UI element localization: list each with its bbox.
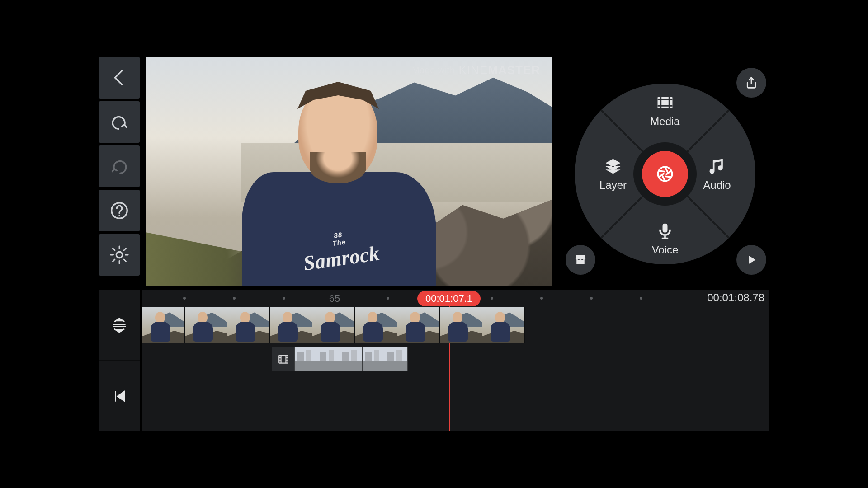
back-button[interactable] <box>99 57 140 99</box>
undo-icon <box>109 112 130 132</box>
clip-thumb[interactable] <box>142 307 185 343</box>
total-duration: 00:01:08.78 <box>707 291 764 304</box>
film-icon <box>278 353 289 365</box>
timeline-panel: 65 00:01:08.78 00:01:07.1 <box>99 290 769 431</box>
timeline-left-controls <box>99 290 140 431</box>
expand-icon <box>110 316 128 334</box>
play-icon <box>745 253 758 266</box>
watermark: Made with KINEMASTER <box>412 63 540 77</box>
gear-icon <box>109 244 130 265</box>
chevron-left-icon <box>109 67 130 88</box>
clip-thumb[interactable] <box>440 307 482 343</box>
svg-rect-6 <box>279 355 288 363</box>
tool-wheel: Media Layer Audio Voice <box>575 84 755 264</box>
wheel-media-button[interactable]: Media <box>631 93 699 128</box>
overlay-thumb[interactable] <box>385 347 408 371</box>
media-icon <box>655 93 675 113</box>
clip-thumb[interactable] <box>227 307 270 343</box>
wheel-audio-label: Audio <box>703 179 731 191</box>
svg-point-1 <box>118 215 120 216</box>
video-track-1[interactable] <box>142 307 525 343</box>
svg-rect-4 <box>663 224 668 233</box>
wheel-voice-label: Voice <box>652 244 679 256</box>
svg-point-5 <box>658 167 672 181</box>
music-icon <box>707 156 727 176</box>
app-root: 88 The Samrock Made with KINEMASTER <box>0 0 868 488</box>
watermark-prefix: Made with <box>412 65 455 75</box>
wheel-center <box>633 142 697 206</box>
watermark-brand-a: KINE <box>459 63 488 77</box>
aperture-icon <box>656 164 675 183</box>
wheel-voice-button[interactable]: Voice <box>631 221 699 256</box>
clip-thumb[interactable] <box>355 307 397 343</box>
skip-start-icon <box>110 387 128 405</box>
video-track-2[interactable] <box>272 347 408 371</box>
overlay-thumb[interactable] <box>295 347 317 371</box>
go-to-start-button[interactable] <box>99 361 140 431</box>
store-button[interactable] <box>566 245 595 275</box>
overlay-thumb[interactable] <box>363 347 385 371</box>
clip-type-badge[interactable] <box>272 347 295 371</box>
playhead-time-pill[interactable]: 00:01:07.1 <box>417 291 481 306</box>
redo-button[interactable] <box>99 145 140 187</box>
clip-thumb[interactable] <box>270 307 312 343</box>
store-icon <box>574 253 587 267</box>
share-icon <box>745 76 758 89</box>
clip-thumb[interactable] <box>482 307 525 343</box>
svg-point-2 <box>116 252 122 258</box>
play-button[interactable] <box>736 245 766 275</box>
watermark-brand-b: MASTER <box>488 63 540 77</box>
clip-thumb[interactable] <box>312 307 355 343</box>
help-button[interactable] <box>99 190 140 231</box>
left-toolbar <box>99 57 140 276</box>
redo-icon <box>109 156 130 177</box>
wheel-layer-label: Layer <box>599 179 627 191</box>
editor-stage: 88 The Samrock Made with KINEMASTER <box>96 54 772 434</box>
help-icon <box>109 200 130 221</box>
ruler-label: 65 <box>329 293 340 305</box>
mic-icon <box>655 221 675 241</box>
timeline-expand-button[interactable] <box>99 290 140 360</box>
svg-rect-3 <box>658 97 673 108</box>
timeline-body[interactable]: 65 00:01:08.78 00:01:07.1 <box>142 290 769 431</box>
tool-wheel-area: Media Layer Audio Voice <box>561 63 769 285</box>
record-button[interactable] <box>642 151 688 197</box>
undo-button[interactable] <box>99 101 140 143</box>
share-button[interactable] <box>736 68 766 98</box>
settings-button[interactable] <box>99 234 140 276</box>
clip-thumb[interactable] <box>397 307 440 343</box>
clip-thumb[interactable] <box>185 307 227 343</box>
wheel-media-label: Media <box>650 115 679 127</box>
overlay-thumb[interactable] <box>340 347 363 371</box>
overlay-thumb[interactable] <box>317 347 340 371</box>
preview-person: 88 The Samrock <box>212 82 414 286</box>
playhead-time: 00:01:07.1 <box>425 293 472 304</box>
layers-icon <box>603 156 623 176</box>
preview-monitor[interactable]: 88 The Samrock Made with KINEMASTER <box>146 57 552 286</box>
